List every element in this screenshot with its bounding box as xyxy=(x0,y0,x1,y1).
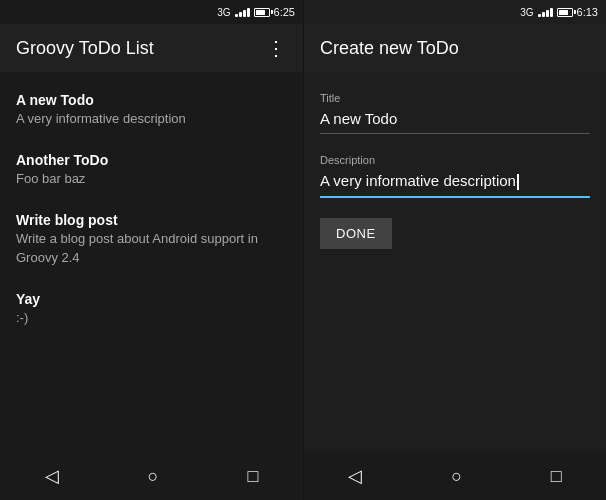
back-button-right[interactable]: ◁ xyxy=(332,457,378,495)
signal-icon-right: 3G xyxy=(520,7,533,18)
recent-button-right[interactable]: □ xyxy=(535,458,578,495)
done-button[interactable]: DONE xyxy=(320,218,392,249)
app-title-left: Groovy ToDo List xyxy=(16,38,154,59)
todo-desc: Foo bar baz xyxy=(16,170,287,188)
status-time-left: 6:25 xyxy=(274,6,295,18)
todo-title: Write blog post xyxy=(16,212,287,228)
todo-list: A new Todo A very informative descriptio… xyxy=(0,72,303,452)
todo-desc: Write a blog post about Android support … xyxy=(16,230,287,266)
home-button-left[interactable]: ○ xyxy=(132,458,175,495)
create-todo-form: Title A new Todo Description A very info… xyxy=(304,72,606,452)
back-button-left[interactable]: ◁ xyxy=(29,457,75,495)
bar3 xyxy=(243,10,246,17)
list-item[interactable]: Write blog post Write a blog post about … xyxy=(0,200,303,278)
signal-bars-right xyxy=(538,8,553,17)
todo-title: Another ToDo xyxy=(16,152,287,168)
title-input[interactable]: A new Todo xyxy=(320,110,590,134)
battery-icon-right xyxy=(557,8,573,17)
todo-desc: :-) xyxy=(16,309,287,327)
bar4 xyxy=(550,8,553,17)
status-icons-right: 3G 6:13 xyxy=(520,6,598,18)
bar1 xyxy=(235,14,238,17)
status-icons-left: 3G 6:25 xyxy=(217,6,295,18)
bar2 xyxy=(542,12,545,17)
bar1 xyxy=(538,14,541,17)
description-label: Description xyxy=(320,154,590,166)
left-panel: 3G 6:25 Groovy ToDo List ⋮ A new Todo A … xyxy=(0,0,303,500)
list-item[interactable]: A new Todo A very informative descriptio… xyxy=(0,80,303,140)
todo-title: A new Todo xyxy=(16,92,287,108)
battery-fill-right xyxy=(559,10,569,15)
recent-button-left[interactable]: □ xyxy=(232,458,275,495)
title-label: Title xyxy=(320,92,590,104)
list-item[interactable]: Yay :-) xyxy=(0,279,303,339)
home-button-right[interactable]: ○ xyxy=(435,458,478,495)
toolbar-left: Groovy ToDo List ⋮ xyxy=(0,24,303,72)
todo-desc: A very informative description xyxy=(16,110,287,128)
battery-fill-left xyxy=(256,10,266,15)
form-title: Create new ToDo xyxy=(320,38,459,59)
signal-bars-left xyxy=(235,8,250,17)
nav-bar-left: ◁ ○ □ xyxy=(0,452,303,500)
status-bar-left: 3G 6:25 xyxy=(0,0,303,24)
todo-title: Yay xyxy=(16,291,287,307)
nav-bar-right: ◁ ○ □ xyxy=(304,452,606,500)
status-bar-right: 3G 6:13 xyxy=(304,0,606,24)
bar4 xyxy=(247,8,250,17)
list-item[interactable]: Another ToDo Foo bar baz xyxy=(0,140,303,200)
toolbar-right: Create new ToDo xyxy=(304,24,606,72)
battery-icon-left xyxy=(254,8,270,17)
description-input[interactable]: A very informative description xyxy=(320,172,590,198)
status-time-right: 6:13 xyxy=(577,6,598,18)
bar3 xyxy=(546,10,549,17)
signal-icon-left: 3G xyxy=(217,7,230,18)
bar2 xyxy=(239,12,242,17)
right-panel: 3G 6:13 Create new ToDo Title A new Todo… xyxy=(303,0,606,500)
overflow-menu-button[interactable]: ⋮ xyxy=(266,38,287,58)
